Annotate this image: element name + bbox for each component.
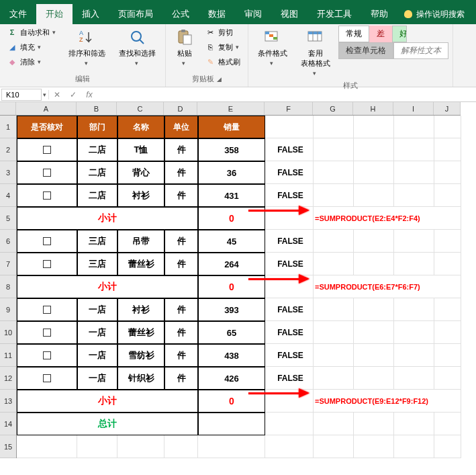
cell-name[interactable]: 针织衫 (117, 367, 164, 390)
row-hdr-11[interactable]: 11 (0, 344, 16, 367)
checkbox[interactable] (43, 351, 51, 359)
cell-unit[interactable]: 件 (164, 161, 198, 184)
col-hdr-G[interactable]: G (313, 102, 353, 115)
formula-annot[interactable]: =SUMPRODUCT(E9:E12*F9:F12) (314, 390, 461, 413)
cell-dept[interactable]: 二店 (77, 138, 117, 161)
cell-unit[interactable]: 件 (164, 367, 198, 390)
style-general[interactable]: 常规 (338, 26, 369, 42)
cell-qty[interactable]: 358 (198, 138, 265, 161)
cell-check[interactable] (17, 367, 77, 390)
cell-false[interactable]: FALSE (265, 161, 314, 184)
checkbox[interactable] (43, 260, 51, 268)
th-d[interactable]: 单位 (164, 116, 198, 138)
cell-dept[interactable]: 一店 (77, 298, 117, 321)
checkbox[interactable] (43, 169, 51, 177)
cell-dept[interactable]: 二店 (77, 161, 117, 184)
row-hdr-6[interactable]: 6 (0, 230, 16, 253)
th-c[interactable]: 名称 (117, 116, 164, 138)
paste-button[interactable]: 粘贴▾ (170, 26, 199, 69)
row-hdr-4[interactable]: 4 (0, 184, 16, 207)
checkbox[interactable] (43, 237, 51, 245)
copy-button[interactable]: ⎘复制▾ (202, 40, 244, 54)
cell-name[interactable]: 蕾丝衫 (117, 253, 164, 275)
col-hdr-B[interactable]: B (77, 102, 117, 115)
style-expl[interactable]: 解释性文本 (393, 42, 448, 59)
row-hdr-10[interactable]: 10 (0, 321, 16, 344)
tab-help[interactable]: 帮助 (361, 4, 397, 24)
row-hdr-13[interactable]: 13 (0, 390, 16, 413)
cell-name[interactable]: 吊带 (117, 230, 164, 253)
cell-false[interactable]: FALSE (265, 367, 314, 390)
sort-button[interactable]: AZ 排序和筛选▾ (63, 26, 111, 69)
cell-dept[interactable]: 一店 (77, 367, 117, 390)
style-bad[interactable]: 差 (369, 26, 392, 42)
cell-false[interactable]: FALSE (265, 230, 314, 253)
cell-name[interactable]: 衬衫 (117, 298, 164, 321)
cell-name[interactable]: 雪纺衫 (117, 344, 164, 367)
tab-view[interactable]: 视图 (271, 4, 307, 24)
row-hdr-8[interactable]: 8 (0, 275, 16, 298)
tablefmt-button[interactable]: 套用 表格格式▾ (295, 26, 336, 79)
cell-false[interactable]: FALSE (265, 253, 314, 275)
col-hdr-I[interactable]: I (393, 102, 434, 115)
col-hdr-A[interactable]: A (16, 102, 77, 115)
cell-name[interactable]: T恤 (117, 138, 164, 161)
cell-unit[interactable]: 件 (164, 344, 198, 367)
tab-file[interactable]: 文件 (0, 4, 36, 24)
checkbox[interactable] (43, 146, 51, 154)
cell-qty[interactable]: 426 (198, 367, 265, 390)
cell-check[interactable] (17, 253, 77, 275)
total-label[interactable]: 总计 (17, 413, 198, 435)
subtotal-label[interactable]: 小计 (17, 207, 198, 230)
autosum-button[interactable]: Σ自动求和▾ (4, 26, 60, 39)
condfmt-button[interactable]: 条件格式▾ (252, 26, 293, 69)
cell-qty[interactable]: 438 (198, 344, 265, 367)
col-hdr-J[interactable]: J (434, 102, 461, 115)
cell-check[interactable] (17, 138, 77, 161)
cell-dept[interactable]: 三店 (77, 230, 117, 253)
cell-check[interactable] (17, 184, 77, 207)
col-hdr-D[interactable]: D (164, 102, 197, 115)
th-b[interactable]: 部门 (77, 116, 117, 138)
formula-bar[interactable] (97, 89, 476, 100)
cell-check[interactable] (17, 344, 77, 367)
row-hdr-2[interactable]: 2 (0, 138, 16, 161)
clear-button[interactable]: ◆清除▾ (4, 55, 60, 69)
row-hdr-5[interactable]: 5 (0, 207, 16, 230)
cell-qty[interactable]: 393 (198, 298, 265, 321)
cell-false[interactable]: FALSE (265, 344, 314, 367)
cell-name[interactable]: 蕾丝衫 (117, 321, 164, 344)
cell-unit[interactable]: 件 (164, 230, 198, 253)
namebox-dropdown[interactable]: ▾ (43, 91, 48, 98)
cut-button[interactable]: ✂剪切 (202, 26, 244, 39)
fbar-cancel[interactable]: ✕ (49, 90, 65, 99)
cell-unit[interactable]: 件 (164, 184, 198, 207)
cell-dept[interactable]: 一店 (77, 344, 117, 367)
cell-false[interactable]: FALSE (265, 298, 314, 321)
checkbox[interactable] (43, 374, 51, 382)
cell-check[interactable] (17, 161, 77, 184)
tab-layout[interactable]: 页面布局 (109, 4, 162, 24)
tab-dev[interactable]: 开发工具 (307, 4, 361, 24)
fbar-fx[interactable]: fx (81, 90, 97, 99)
row-hdr-14[interactable]: 14 (0, 413, 16, 435)
checkbox[interactable] (43, 306, 51, 314)
cell-false[interactable]: FALSE (265, 321, 314, 344)
row-hdr-15[interactable]: 15 (0, 435, 16, 458)
checkbox[interactable] (43, 329, 51, 337)
col-hdr-C[interactable]: C (117, 102, 164, 115)
tab-formulas[interactable]: 公式 (162, 4, 199, 24)
painter-button[interactable]: ✎格式刷 (202, 55, 244, 69)
tab-insert[interactable]: 插入 (73, 4, 109, 24)
tab-home[interactable]: 开始 (36, 4, 73, 24)
cell-qty[interactable]: 431 (198, 184, 265, 207)
cell-qty[interactable]: 264 (198, 253, 265, 275)
style-good[interactable]: 好 (392, 26, 407, 42)
col-hdr-E[interactable]: E (197, 102, 265, 115)
th-a[interactable]: 是否核对 (17, 116, 77, 138)
row-hdr-3[interactable]: 3 (0, 161, 16, 184)
subtotal-label[interactable]: 小计 (17, 390, 198, 413)
formula-annot[interactable]: =SUMPRODUCT(E2:E4*F2:F4) (314, 207, 461, 230)
col-hdr-F[interactable]: F (265, 102, 313, 115)
cell-unit[interactable]: 件 (164, 138, 198, 161)
